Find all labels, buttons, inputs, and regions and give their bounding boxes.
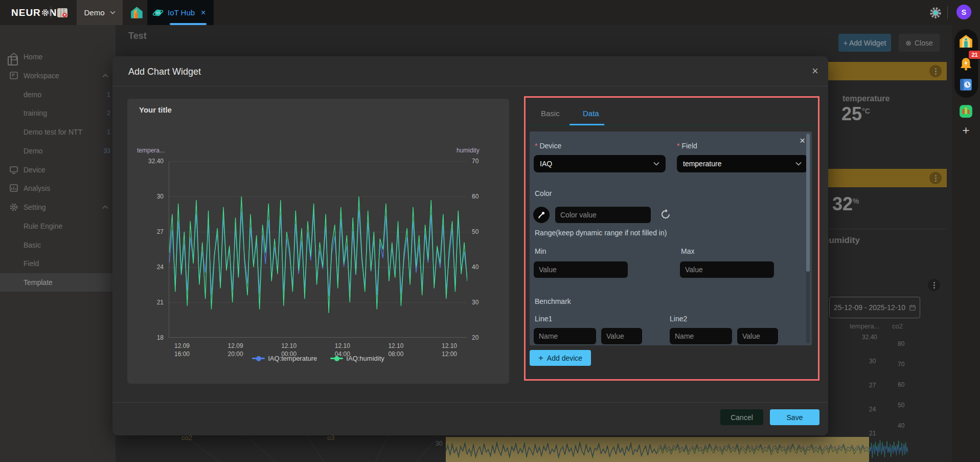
- right-icon-rail: 21 +: [952, 25, 980, 462]
- tab-basic[interactable]: Basic: [541, 109, 560, 118]
- add-widget-button[interactable]: + Add Widget: [838, 34, 891, 52]
- setting-icon: [9, 203, 18, 212]
- save-button[interactable]: Save: [770, 409, 819, 425]
- sidebar-item-home[interactable]: Home: [0, 48, 116, 66]
- bg-chart-right-tick: 60: [898, 381, 904, 388]
- home-color-icon: [130, 6, 144, 19]
- scrollbar-thumb[interactable]: [806, 134, 810, 272]
- sidebar-item-template[interactable]: Template: [0, 273, 116, 292]
- sidebar-item-rule-engine[interactable]: Rule Engine: [0, 217, 116, 235]
- close-page-button[interactable]: ⊗ Close: [899, 34, 940, 52]
- sidebar-item-demo[interactable]: demo1: [0, 85, 116, 104]
- bg-chart-left-tick: 30: [869, 358, 876, 365]
- modal-title: Add Chart Widget: [128, 67, 201, 77]
- bg-chart-legend-label: co2: [892, 322, 903, 330]
- unit-percent: %: [853, 197, 859, 205]
- device-select[interactable]: IAQ: [534, 155, 666, 172]
- legend-marker-icon: [252, 358, 265, 359]
- widget-menu-icon[interactable]: [929, 65, 942, 77]
- add-device-button[interactable]: + Add device: [530, 350, 591, 366]
- sidebar-item-demo-test-for-ntt[interactable]: Demo test for NTT1: [0, 123, 116, 141]
- widget-menu-icon[interactable]: [928, 279, 940, 291]
- sidebar-item-workspace[interactable]: Workspace: [0, 67, 116, 85]
- line2-name-input[interactable]: [670, 328, 732, 344]
- tab-iot-hub[interactable]: IoT IoT Hub ×: [147, 0, 214, 25]
- page-title: Test: [128, 31, 147, 41]
- left-axis-tick: 30: [157, 193, 164, 200]
- home-icon: [9, 52, 18, 61]
- right-axis-tick: 30: [472, 299, 478, 306]
- divider: [947, 6, 948, 19]
- legend-label: IAQ:humidity: [346, 355, 384, 362]
- right-axis-tick: 50: [472, 228, 478, 235]
- sidebar-item-analysis[interactable]: Analysis: [0, 179, 116, 197]
- legend-item[interactable]: IAQ:temperature: [252, 355, 317, 362]
- date-range-picker[interactable]: 25-12-09 - 2025-12-10: [829, 297, 920, 318]
- home-app-icon[interactable]: [959, 34, 973, 48]
- add-app-icon[interactable]: +: [952, 123, 980, 138]
- count-badge: 1: [107, 91, 110, 98]
- line1-value-input[interactable]: [601, 328, 642, 344]
- line1-name-input[interactable]: [534, 328, 596, 344]
- bg-chart-right-tick: 40: [898, 422, 904, 429]
- widget-menu-icon[interactable]: [929, 172, 942, 184]
- sidebar-item-label: Field: [24, 259, 39, 268]
- sidebar-item-setting[interactable]: Setting: [0, 198, 116, 216]
- refresh-icon[interactable]: [660, 209, 671, 220]
- chart-legend: IAQ:temperatureIAQ:humidity: [127, 355, 509, 362]
- sidebar-item-field[interactable]: Field: [0, 254, 116, 273]
- remove-device-icon[interactable]: ×: [800, 136, 805, 145]
- line2-value-input[interactable]: [737, 328, 778, 344]
- bell-icon[interactable]: [959, 57, 973, 71]
- notification-badge: 21: [969, 51, 980, 59]
- analytics-app-icon[interactable]: [959, 104, 973, 118]
- chevron-down-icon: [653, 162, 659, 166]
- scrollbar[interactable]: [806, 134, 810, 343]
- min-value-input[interactable]: [534, 261, 628, 278]
- sidebar-item-label: Device: [24, 166, 45, 174]
- close-circle-icon: ⊗: [905, 39, 911, 47]
- bg-chart-right-tick: 80: [898, 340, 904, 347]
- widget-humidity-header: [828, 169, 947, 187]
- sidebar-item-device[interactable]: Device: [0, 161, 116, 179]
- map-icon[interactable]: [56, 7, 69, 19]
- benchmark-label: Benchmark: [535, 297, 571, 305]
- cancel-button[interactable]: Cancel: [720, 409, 763, 425]
- chevron-up-icon: [102, 204, 108, 210]
- sidebar-item-label: demo: [24, 91, 41, 99]
- workspace-selector[interactable]: Demo: [77, 0, 123, 25]
- field-label: *Field: [677, 142, 697, 150]
- plus-icon: +: [538, 353, 543, 363]
- chevron-down-icon: [795, 162, 802, 166]
- modal-close-icon[interactable]: ×: [812, 65, 818, 77]
- logbook-app-icon[interactable]: [959, 78, 973, 92]
- avatar[interactable]: S: [956, 5, 971, 19]
- left-axis-tick: 18: [157, 334, 164, 341]
- device-select-value: IAQ: [540, 160, 552, 168]
- sidebar-item-label: Template: [24, 278, 53, 287]
- unit-celsius: °C: [862, 107, 870, 115]
- legend-item[interactable]: IAQ:humidity: [330, 355, 384, 362]
- count-badge: 2: [107, 109, 110, 117]
- tab-close-icon[interactable]: ×: [201, 8, 206, 17]
- widget-divider: [828, 229, 947, 229]
- calendar-icon: [909, 303, 916, 312]
- svg-text:IoT: IoT: [156, 11, 161, 14]
- bg-chart-left-tick: 32.40: [862, 334, 877, 341]
- field-select[interactable]: temperature: [677, 155, 808, 172]
- tab-data[interactable]: Data: [583, 109, 599, 118]
- home-tab[interactable]: [126, 0, 147, 25]
- sidebar-item-training[interactable]: training2: [0, 104, 116, 122]
- sidebar-item-label: Demo test for NTT: [24, 128, 82, 136]
- sidebar-item-basic[interactable]: Basic: [0, 236, 116, 254]
- device-config-card: × *Device *Field IAQ temperature Color: [530, 131, 812, 345]
- sidebar-item-label: Demo: [24, 147, 42, 155]
- bg-chart-tick: 30: [436, 440, 442, 447]
- max-value-input[interactable]: [680, 261, 774, 278]
- eyedropper-icon[interactable]: [533, 207, 550, 223]
- settings-gear-icon[interactable]: [929, 7, 942, 19]
- sidebar-item-label: Home: [24, 53, 42, 61]
- sidebar-item-demo[interactable]: Demo33: [0, 142, 116, 160]
- chart-title: Your title: [139, 105, 172, 114]
- color-value-input[interactable]: [555, 207, 651, 223]
